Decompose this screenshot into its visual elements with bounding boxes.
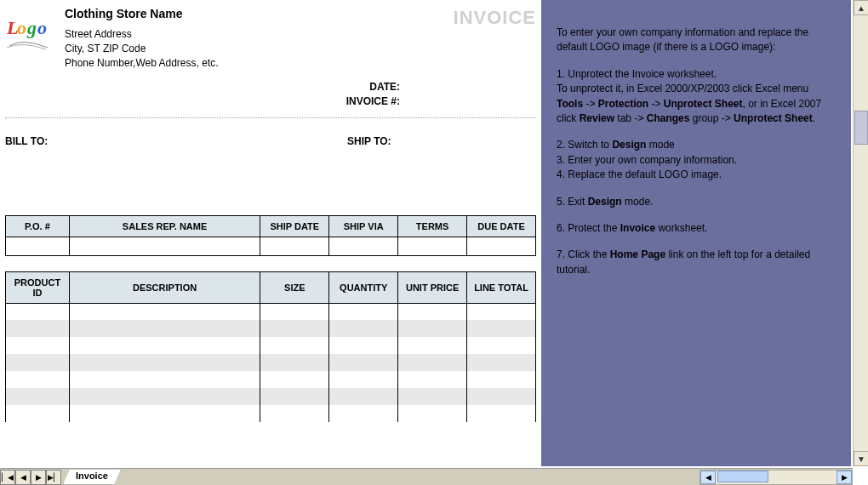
header-desc: DESCRIPTION — [69, 271, 260, 303]
scroll-up-button[interactable]: ▲ — [854, 0, 868, 15]
cell-rep[interactable] — [69, 237, 260, 255]
scroll-left-button[interactable]: ◀ — [700, 471, 716, 484]
item-row[interactable] — [6, 303, 536, 320]
sheet-tab-invoice[interactable]: Invoice — [63, 470, 121, 485]
tab-nav-first[interactable]: ▏◀ — [0, 470, 15, 485]
header-qty: QUANTITY — [329, 271, 398, 303]
help-step-5: 5. Exit Design mode. — [557, 195, 836, 209]
svg-text:o: o — [17, 17, 26, 38]
sheet-tab-strip[interactable]: ▏◀ ◀ ▶ ▶▏ Invoice ◀ ▶ — [0, 468, 853, 485]
hscroll-thumb[interactable] — [717, 471, 768, 482]
item-row[interactable] — [6, 405, 536, 422]
header-total: LINE TOTAL — [467, 271, 536, 303]
order-info-table[interactable]: P.O. # SALES REP. NAME SHIP DATE SHIP VI… — [5, 215, 536, 256]
tab-nav-last[interactable]: ▶▏ — [46, 470, 61, 485]
horizontal-scrollbar[interactable]: ◀ ▶ — [700, 470, 853, 485]
ship-to-label: SHIP TO: — [194, 135, 536, 147]
company-phone[interactable]: Phone Number,Web Address, etc. — [65, 56, 454, 71]
tab-nav-prev[interactable]: ◀ — [15, 470, 31, 485]
header-size: SIZE — [260, 271, 329, 303]
vertical-scrollbar[interactable]: ▲ ▼ — [853, 0, 868, 466]
header-shipdate: SHIP DATE — [260, 215, 329, 237]
item-row[interactable] — [6, 388, 536, 405]
svg-text:g: g — [26, 17, 37, 38]
company-citystzip[interactable]: City, ST ZIP Code — [65, 42, 454, 56]
header-pid: PRODUCT ID — [6, 271, 70, 303]
item-row[interactable] — [6, 371, 536, 388]
help-step-6: 6. Protect the Invoice worksheet. — [557, 221, 836, 236]
header-terms: TERMS — [398, 215, 467, 237]
item-row[interactable] — [6, 320, 536, 337]
cell-po[interactable] — [6, 237, 70, 255]
divider — [5, 117, 536, 118]
header-rep: SALES REP. NAME — [69, 215, 260, 237]
help-panel: To enter your own company information an… — [541, 0, 851, 466]
line-items-table[interactable]: PRODUCT ID DESCRIPTION SIZE QUANTITY UNI… — [5, 271, 536, 423]
bill-to-label: BILL TO: — [5, 135, 194, 147]
company-street[interactable]: Street Address — [65, 27, 454, 42]
help-step-1: 1. Unprotect the Invoice worksheet. To u… — [557, 67, 836, 127]
cell-shipvia[interactable] — [329, 237, 398, 255]
cell-due[interactable] — [467, 237, 536, 255]
header-po: P.O. # — [6, 215, 70, 237]
help-intro: To enter your own company information an… — [557, 26, 836, 55]
order-info-row[interactable] — [6, 237, 536, 255]
cell-shipdate[interactable] — [260, 237, 329, 255]
tab-nav-next[interactable]: ▶ — [31, 470, 46, 485]
help-step-7: 7. Click the Home Page link on the left … — [557, 248, 836, 277]
help-steps-2-4: 2. Switch to Design mode 3. Enter your o… — [557, 138, 836, 182]
svg-text:o: o — [37, 17, 47, 38]
scroll-right-button[interactable]: ▶ — [837, 471, 852, 484]
worksheet-area[interactable]: L o g o Clothing Store Name Street Addre… — [0, 0, 541, 468]
logo-image: L o g o — [5, 12, 56, 54]
invoice-title: INVOICE — [454, 3, 536, 29]
scroll-thumb[interactable] — [854, 111, 868, 145]
date-label: DATE: — [346, 80, 400, 94]
item-row[interactable] — [6, 337, 536, 354]
item-row[interactable] — [6, 354, 536, 371]
header-price: UNIT PRICE — [398, 271, 467, 303]
header-shipvia: SHIP VIA — [329, 215, 398, 237]
company-name[interactable]: Clothing Store Name — [65, 7, 454, 20]
scroll-down-button[interactable]: ▼ — [854, 451, 868, 466]
header-due: DUE DATE — [467, 215, 536, 237]
cell-terms[interactable] — [398, 237, 467, 255]
invoice-no-label: INVOICE #: — [346, 94, 400, 109]
